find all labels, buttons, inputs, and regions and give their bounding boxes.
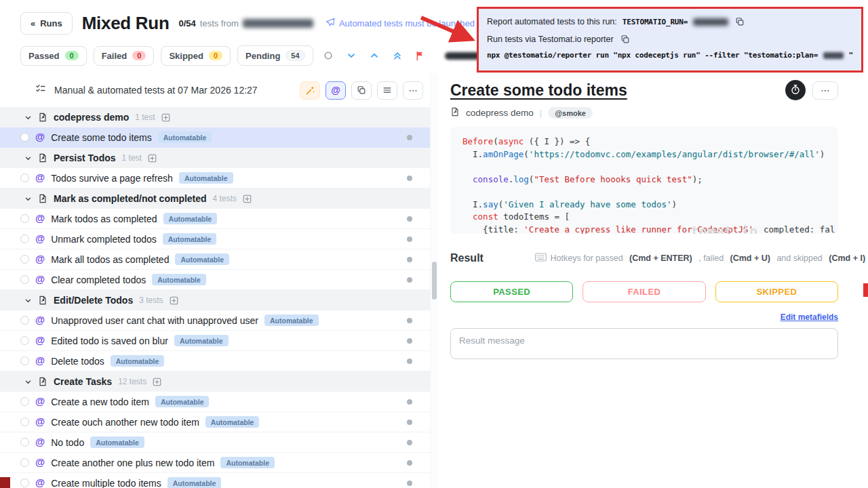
test-radio[interactable] — [20, 458, 29, 467]
watermark-text: tomat.io — [690, 225, 758, 235]
automated-test-icon: @ — [35, 132, 45, 142]
suite-name[interactable]: codepress demo — [54, 112, 129, 123]
tree-test-row[interactable]: @Create another one plus new todo itemAu… — [0, 453, 430, 473]
tree-test-row[interactable]: @Clear completed todosAutomatable — [0, 270, 430, 290]
add-test-icon[interactable] — [243, 195, 252, 203]
suite-name[interactable]: Create Tasks — [54, 376, 112, 387]
tree-test-row[interactable]: @Create some todo itemsAutomatable — [0, 127, 430, 148]
suite-name[interactable]: Persist Todos — [54, 152, 116, 163]
test-name[interactable]: Edited todo is saved on blur — [51, 336, 168, 346]
tree-test-row[interactable]: @Create ouch another new todo itemAutoma… — [0, 412, 430, 432]
edit-metafields-link[interactable]: Edit metafields — [781, 312, 838, 322]
test-radio[interactable] — [20, 357, 29, 365]
filter-chip-pending[interactable]: Pending 54 — [237, 45, 313, 66]
test-radio[interactable] — [20, 397, 29, 406]
test-radio[interactable] — [20, 235, 29, 243]
scrollbar-handle[interactable] — [432, 262, 437, 300]
chevron-down-icon[interactable] — [24, 297, 32, 304]
suite-name[interactable]: Mark as completed/not completed — [54, 193, 207, 204]
detail-more-button[interactable]: ⋯ — [812, 81, 838, 100]
tree-folder-row[interactable]: Edit/Delete Todos3 tests — [0, 290, 430, 310]
tree-folder-row[interactable]: Persist Todos1 test — [0, 148, 430, 168]
chevron-down-icon[interactable] — [24, 114, 32, 121]
test-name[interactable]: Create a new todo item — [51, 396, 149, 407]
tree-test-row[interactable]: @Create multiple todo itemsAutomatable — [0, 473, 430, 488]
add-test-icon[interactable] — [170, 296, 178, 305]
test-name[interactable]: Create another one plus new todo item — [51, 458, 214, 468]
tree-test-row[interactable]: @Edited todo is saved on blurAutomatable — [0, 331, 430, 351]
chevron-down-icon[interactable] — [24, 195, 32, 203]
panel-scrollbar[interactable] — [430, 73, 438, 488]
test-radio[interactable] — [20, 336, 29, 345]
test-radio[interactable] — [20, 133, 29, 142]
skipped-button[interactable]: SKIPPED — [715, 281, 838, 302]
result-message-input[interactable] — [450, 328, 838, 359]
passed-button[interactable]: PASSED — [450, 281, 573, 302]
tree-test-row[interactable]: @No todoAutomatable — [0, 432, 430, 453]
copy-icon[interactable] — [619, 33, 631, 45]
timer-button[interactable] — [785, 80, 806, 100]
test-radio[interactable] — [20, 479, 29, 487]
smoke-tag-badge[interactable]: @smoke — [548, 107, 593, 119]
list-menu-button[interactable] — [377, 81, 397, 100]
reporter-command: npx @testomatio/reporter run "npx codece… — [487, 51, 818, 60]
chevron-down-icon[interactable] — [24, 155, 32, 162]
filter-chip-passed[interactable]: Passed 0 — [20, 46, 87, 66]
add-test-icon[interactable] — [148, 154, 157, 163]
test-name[interactable]: Mark all todos as completed — [51, 254, 169, 265]
suite-link[interactable]: codepress demo — [466, 108, 534, 118]
chevron-down-icon[interactable] — [343, 47, 359, 64]
test-radio[interactable] — [20, 418, 29, 426]
tree-test-row[interactable]: @Todos survive a page refreshAutomatable — [0, 168, 430, 188]
test-radio[interactable] — [20, 174, 29, 182]
test-name[interactable]: Create ouch another new todo item — [51, 417, 199, 428]
copy-icon[interactable] — [734, 16, 746, 28]
back-to-runs-button[interactable]: « Runs — [20, 12, 73, 35]
test-name[interactable]: Create multiple todo items — [51, 478, 161, 488]
result-buttons-row: PASSED FAILED SKIPPED — [450, 281, 838, 302]
tree-test-row[interactable]: @Unmark completed todosAutomatable — [0, 229, 430, 249]
tree-test-row[interactable]: @Mark all todos as completedAutomatable — [0, 249, 430, 270]
chevron-up-icon[interactable] — [366, 47, 382, 64]
test-radio[interactable] — [20, 316, 29, 325]
test-name[interactable]: Delete todos — [51, 356, 104, 367]
tree-test-row[interactable]: @Mark todos as completedAutomatable — [0, 209, 430, 229]
failed-button[interactable]: FAILED — [583, 281, 705, 302]
tree-test-row[interactable]: @Delete todosAutomatable — [0, 351, 430, 371]
test-name[interactable]: Unmark completed todos — [51, 234, 157, 245]
test-radio[interactable] — [20, 214, 29, 223]
filter-chip-skipped[interactable]: Skipped 0 — [161, 46, 231, 66]
flag-icon[interactable] — [412, 47, 429, 64]
test-name[interactable]: Clear completed todos — [51, 274, 146, 285]
test-radio[interactable] — [20, 275, 29, 284]
circle-status-icon[interactable] — [320, 47, 336, 64]
test-name[interactable]: Unapproved user cant chat with unapprove… — [51, 315, 258, 326]
test-radio[interactable] — [20, 438, 29, 447]
magic-wand-button[interactable] — [300, 81, 320, 100]
list-more-button[interactable]: ⋯ — [403, 81, 423, 100]
test-name[interactable]: Mark todos as completed — [51, 214, 157, 224]
tree-folder-row[interactable]: Create Tasks12 tests — [0, 371, 430, 392]
suite-name[interactable]: Edit/Delete Todos — [54, 295, 133, 306]
tree-folder-row[interactable]: codepress demo1 test — [0, 107, 430, 127]
chevron-down-icon[interactable] — [24, 378, 32, 386]
automated-filter-button[interactable]: @ — [326, 81, 346, 100]
test-name[interactable]: Create some todo items — [51, 132, 152, 143]
tree-test-row[interactable]: @Create a new todo itemAutomatable — [0, 392, 430, 412]
report-instructions-panel: Report automated tests to this run: TEST… — [477, 7, 863, 73]
add-test-icon[interactable] — [161, 113, 170, 122]
test-name[interactable]: No todo — [51, 437, 84, 448]
tree-folder-row[interactable]: Mark as completed/not completed4 tests — [0, 188, 430, 209]
test-name[interactable]: Todos survive a page refresh — [51, 173, 173, 184]
copy-suites-button[interactable] — [351, 81, 372, 100]
add-test-icon[interactable] — [153, 378, 161, 386]
suite-file-icon — [38, 296, 47, 305]
automated-tests-link[interactable]: Automated tests must be launched — [326, 18, 475, 29]
filter-chip-failed[interactable]: Failed 0 — [94, 46, 155, 66]
test-radio[interactable] — [20, 255, 29, 264]
automatable-badge: Automatable — [163, 213, 218, 224]
tree-test-row[interactable]: @Unapproved user cant chat with unapprov… — [0, 310, 430, 331]
test-title[interactable]: Create some todo items — [450, 81, 627, 100]
double-chevron-up-icon[interactable] — [389, 47, 406, 64]
report-run-label: Report automated tests to this run: — [487, 17, 617, 26]
